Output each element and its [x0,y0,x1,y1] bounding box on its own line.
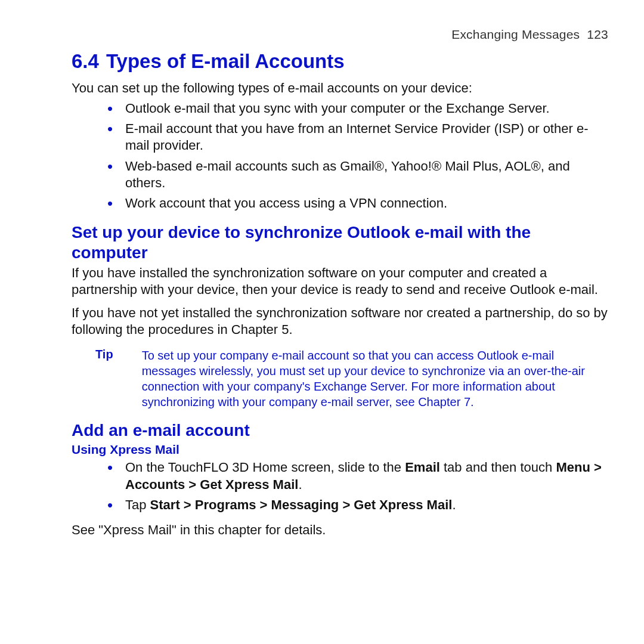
step-text: Tap [125,497,150,512]
intro-paragraph: You can set up the following types of e-… [72,80,608,97]
tip-body: To set up your company e-mail account so… [142,348,590,410]
chapter-name: Exchanging Messages [451,27,580,41]
add-account-heading: Add an e-mail account [72,420,608,441]
closing-paragraph: See "Xpress Mail" in this chapter for de… [72,522,608,538]
document-page: Exchanging Messages 123 6.4Types of E-ma… [0,0,644,644]
account-types-list: Outlook e-mail that you sync with your c… [72,100,608,212]
xpress-steps-list: On the TouchFLO 3D Home screen, slide to… [72,459,608,513]
list-item: Web-based e-mail accounts such as Gmail®… [107,158,608,191]
step-text: . [298,477,302,492]
list-item: On the TouchFLO 3D Home screen, slide to… [107,459,608,493]
tip-callout: Tip To set up your company e-mail accoun… [95,348,608,410]
tip-label: Tip [95,348,113,410]
xpress-mail-subheading: Using Xpress Mail [72,442,608,457]
sync-paragraph-1: If you have installed the synchronizatio… [72,265,608,298]
list-item: Outlook e-mail that you sync with your c… [107,100,608,117]
sync-paragraph-2: If you have not yet installed the synchr… [72,305,608,338]
list-item: E-mail account that you have from an Int… [107,120,608,154]
step-text: . [452,497,456,512]
page-number: 123 [587,27,608,41]
step-text: On the TouchFLO 3D Home screen, slide to… [125,460,405,475]
running-header: Exchanging Messages 123 [72,27,608,42]
section-number: 6.4 [72,50,99,72]
section-title-text: Types of E-mail Accounts [106,50,345,72]
sync-heading: Set up your device to synchronize Outloo… [72,222,608,262]
bold-text: Start > Programs > Messaging > Get Xpres… [150,497,453,512]
section-heading: 6.4Types of E-mail Accounts [72,50,345,73]
list-item: Tap Start > Programs > Messaging > Get X… [107,497,608,513]
bold-text: Email [405,460,440,475]
list-item: Work account that you access using a VPN… [107,195,608,212]
step-text: tab and then touch [440,460,556,475]
